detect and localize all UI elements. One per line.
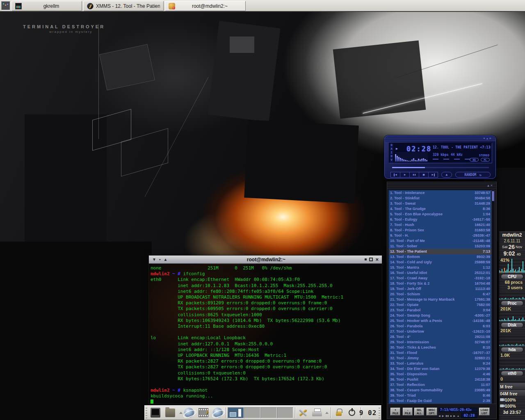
playlist-track[interactable]: 7. Tool - Hush16621:40 — [389, 222, 491, 228]
playlist-track[interactable]: 9. Tool - H.-29339:-47 — [389, 233, 491, 238]
playlist-track[interactable]: 18. Tool - Forty Six & 216704:48 — [389, 281, 491, 286]
close-icon[interactable]: × — [375, 258, 379, 262]
playlist-track[interactable]: 27. Tool - Undertow-12623:-10 — [389, 329, 491, 334]
playlist-track[interactable]: 37. Tool - Reflection11:07 — [389, 382, 491, 388]
remove-file-button[interactable]: - FILE — [403, 408, 413, 415]
shade-window-icon[interactable]: ▲ — [163, 257, 167, 262]
panel-applet-icon[interactable] — [1, 1, 10, 10]
playlist-track[interactable]: 11. Tool - Sober15203:09 — [389, 244, 491, 249]
mini-pause-button[interactable]: ▮▮ — [445, 414, 449, 417]
playlist-titlebar[interactable]: ▴× — [387, 182, 496, 189]
playlist-track[interactable]: 38. Tool - Cesaro Summability23085:49 — [389, 388, 491, 393]
gkrellm-hostname[interactable]: mdwlin2 — [499, 231, 525, 238]
clutter-v[interactable]: V — [390, 158, 393, 162]
seek-slider[interactable] — [392, 167, 489, 168]
playlist-track[interactable]: 6. Tool - Eulogy-34517:-50 — [389, 217, 491, 222]
playlist-track[interactable]: 40. Tool - Faaip De Oaid2:39 — [389, 398, 491, 404]
clutter-o[interactable]: O — [390, 144, 393, 147]
playlist-track[interactable]: 13. Tool - Bottom8932:39 — [389, 254, 491, 260]
playlist-track[interactable]: 15. Tool - Mantra1:12 — [389, 265, 491, 270]
playlist-track[interactable]: 33. Tool - Lateralus9:24 — [389, 361, 491, 366]
pager-desktop-2[interactable] — [244, 407, 260, 418]
home-folder-launcher[interactable] — [164, 407, 176, 418]
xmms-time-display[interactable]: 02:28 — [406, 145, 431, 153]
close-icon[interactable]: × — [489, 136, 492, 140]
pin-icon[interactable]: ▪ — [159, 257, 161, 262]
playlist-track[interactable]: 21. Tool - Message to Harry Manback17591… — [389, 297, 491, 302]
swap-meter[interactable]: 04M free — [499, 390, 525, 397]
playlist-track[interactable]: 12. Tool - The Patient7:13 — [389, 249, 491, 254]
pager-desktop-3[interactable] — [260, 407, 277, 418]
playlist-track[interactable]: 36. Tool - Pushit24118:38 — [389, 377, 491, 382]
stop-button[interactable]: ■ — [419, 172, 429, 177]
playlist-track[interactable]: 17. Tool - Crawl Away-3192:-18 — [389, 276, 491, 281]
add-file-button[interactable]: + FILE — [390, 408, 400, 415]
proc-chart[interactable] — [499, 290, 525, 300]
xmms-track-title[interactable]: 12. TOOL - THE PATIENT <7:13> — [433, 146, 491, 149]
playlist-track[interactable]: 30. Tool - Ticks & Leeches8:10 — [389, 345, 491, 350]
lock-screen-button[interactable] — [333, 407, 345, 418]
panel-handle-right[interactable] — [379, 407, 380, 418]
pl-button[interactable]: PL — [481, 158, 490, 162]
previous-button[interactable]: ◀ — [391, 172, 400, 177]
playlist-track[interactable]: 20. Tool - Schism6:47 — [389, 292, 491, 297]
panel-handle-left[interactable] — [146, 407, 147, 418]
eth0-button[interactable]: eth0 — [501, 371, 523, 376]
scrollbar-thumb[interactable] — [492, 191, 494, 201]
playlist-track[interactable]: 19. Tool - Jerk-Off11113:40 — [389, 286, 491, 292]
clutter-d[interactable]: D — [390, 155, 393, 158]
playlist-track[interactable]: 5. Tool - Eon Blue Apocalypse1:04 — [389, 212, 491, 217]
settings-launcher[interactable] — [297, 407, 309, 418]
close-icon[interactable]: × — [491, 183, 494, 187]
shade-icon[interactable]: ▴ — [487, 183, 491, 187]
browser-launcher[interactable] — [183, 407, 195, 418]
terminal-launcher[interactable] — [150, 407, 161, 418]
shuffle-repeat-controls[interactable]: RANDOM ↻ — [455, 172, 491, 178]
playlist-track[interactable]: 25. Tool - Hooker with a Penis-14156:-48 — [389, 318, 491, 324]
misc-options-button[interactable]: MISC OPT. — [427, 408, 437, 415]
mini-eject-button[interactable]: ▲ — [457, 415, 460, 417]
eq-button[interactable]: EQ — [470, 158, 479, 162]
playlist-track[interactable]: 31. Tool - Flood-16707:-37 — [389, 350, 491, 356]
fs-meter-0[interactable]: 100% — [499, 397, 525, 403]
browser2-launcher[interactable] — [212, 407, 224, 418]
playlist-track[interactable]: 32. Tool - Jimmy32883:21 — [389, 356, 491, 361]
hda-chart[interactable] — [499, 333, 525, 346]
next-button[interactable]: ▶ — [429, 172, 438, 177]
printer-launcher[interactable] — [311, 407, 323, 418]
playlist-scrollbar[interactable] — [491, 190, 495, 404]
folder-menu-arrow-icon[interactable] — [179, 412, 183, 414]
select-all-button[interactable]: SEL ALL — [414, 408, 424, 415]
playlist-track[interactable]: 4. Tool - The Grudge8:36 — [389, 206, 491, 212]
playlist-track[interactable]: 3. Tool - Sweat31448:29 — [389, 201, 491, 206]
mini-play-button[interactable]: ▶ — [442, 414, 445, 417]
proc-button[interactable]: Proc — [501, 301, 523, 306]
logout-button[interactable] — [347, 407, 358, 418]
playlist-track[interactable]: 1. Tool - Intolerance33749:57 — [389, 190, 491, 196]
clutter-i[interactable]: I — [390, 151, 393, 155]
memory-meter[interactable]: M free — [499, 383, 525, 390]
pager-desktop-1[interactable] — [228, 407, 244, 418]
menu-icon[interactable]: ▼ — [152, 257, 156, 262]
playlist-track[interactable]: 16. Tool - Useful Idiot25312:01 — [389, 270, 491, 276]
hda-button[interactable]: hda — [501, 347, 523, 352]
xmms-titlebar[interactable]: ▾▴× — [385, 136, 495, 142]
playlist-track[interactable]: 8. Tool - Prison Sex31683:58 — [389, 228, 491, 233]
pause-button[interactable]: ▮▮ — [410, 172, 419, 177]
disk-chart[interactable] — [499, 311, 525, 322]
taskbar-button-xmms[interactable]: XMMS - 12. Tool - The Patien — [83, 1, 164, 11]
disk-button[interactable]: Disk — [501, 322, 523, 328]
taskbar-button-gkrellm[interactable]: gkrellm — [11, 1, 82, 11]
load-list-button[interactable]: LOAD LIST — [479, 408, 490, 415]
maximize-icon[interactable] — [369, 258, 373, 261]
random-toggle[interactable]: RANDOM — [464, 173, 476, 177]
pager-desktop-4[interactable] — [277, 407, 293, 418]
terminal-titlebar[interactable]: ▼ ▪ ▲ root@mdwlin2:~ × — [149, 256, 382, 264]
playlist-titlebar-buttons[interactable]: ▴× — [487, 183, 494, 187]
shade-icon[interactable]: ▴ — [486, 136, 489, 140]
eth0-chart[interactable] — [499, 358, 525, 370]
printer-menu-arrow-icon[interactable] — [325, 412, 329, 414]
play-button[interactable]: ▶ — [400, 172, 410, 177]
panel-clock[interactable]: 9 02 — [359, 408, 377, 418]
minimize-icon[interactable] — [365, 258, 367, 260]
